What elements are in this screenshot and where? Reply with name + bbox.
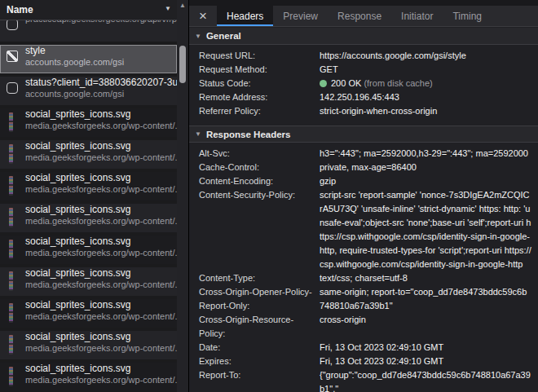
- header-row: Request Method: GET: [199, 63, 531, 77]
- name-column-label: Name: [0, 4, 33, 15]
- sort-arrow-icon[interactable]: ▼: [165, 5, 171, 12]
- headers-section: ▼ General Request URL: https://accounts.…: [189, 28, 538, 126]
- header-row: Status Code: 200 OK (from disk cache): [199, 77, 531, 90]
- header-row: Content-Type: text/css; charset=utf-8: [199, 271, 531, 285]
- status-note: (from disk cache): [364, 78, 432, 88]
- status-ok-dot: [320, 80, 327, 87]
- network-request-row[interactable]: social_sprites_icons.svg media.geeksforg…: [0, 299, 177, 328]
- scrollbar-thumb[interactable]: [179, 46, 186, 83]
- image-thumbnail-icon: [9, 271, 13, 291]
- network-request-row[interactable]: social_sprites_icons.svg media.geeksforg…: [0, 172, 177, 200]
- tab-initiator[interactable]: Initiator: [391, 6, 443, 26]
- network-request-row[interactable]: social_sprites_icons.svg media.geeksforg…: [0, 140, 177, 169]
- name-column-header[interactable]: Name ▼: [0, 0, 188, 20]
- request-detail-pane: × HeadersPreviewResponseInitiatorTiming …: [189, 0, 538, 392]
- network-request-row[interactable]: social_sprites_icons.svg media.geeksforg…: [0, 236, 177, 264]
- image-thumbnail-icon: [9, 144, 13, 164]
- list-scrollbar[interactable]: ▲: [177, 0, 188, 392]
- image-thumbnail-icon: [9, 112, 13, 132]
- close-button[interactable]: ×: [189, 6, 217, 26]
- header-row: Request URL: https://accounts.google.com…: [199, 49, 531, 63]
- section-header[interactable]: ▼ General: [189, 28, 538, 45]
- image-thumbnail-icon: [9, 303, 13, 323]
- tab-timing[interactable]: Timing: [443, 6, 492, 26]
- header-row: Content-Security-Policy: script-src 'rep…: [199, 188, 531, 271]
- header-row: Alt-Svc: h3=":443"; ma=2592000,h3-29=":4…: [199, 147, 531, 161]
- tab-preview[interactable]: Preview: [273, 6, 328, 26]
- tab-response[interactable]: Response: [328, 6, 391, 26]
- header-row: Referrer Policy: strict-origin-when-cros…: [199, 104, 531, 118]
- header-row: Cross-Origin-Opener-Policy-Report-Only: …: [199, 285, 531, 313]
- stylesheet-icon: [7, 51, 18, 62]
- request-rows: practiceapi.geeksforgeeks.org/api/vr/p..…: [0, 20, 177, 392]
- headers-content: ▼ General Request URL: https://accounts.…: [189, 28, 538, 392]
- header-row: Date: Fri, 13 Oct 2023 02:49:10 GMT: [199, 341, 531, 355]
- request-list-pane: Name ▼ practiceapi.geeksforgeeks.org/api…: [0, 0, 189, 392]
- image-thumbnail-icon: [9, 208, 13, 227]
- network-request-row[interactable]: social_sprites_icons.svg media.geeksforg…: [0, 108, 177, 137]
- tab-headers[interactable]: Headers: [217, 6, 273, 26]
- image-thumbnail-icon: [9, 240, 13, 259]
- fetch-icon: [7, 82, 18, 94]
- headers-section: ▼ Response Headers Alt-Svc: h3=":443"; m…: [189, 126, 538, 392]
- network-request-row[interactable]: social_sprites_icons.svg media.geeksforg…: [0, 267, 177, 296]
- collapse-triangle-icon: ▼: [195, 130, 201, 138]
- header-row: Content-Encoding: gzip: [199, 174, 531, 188]
- network-request-row[interactable]: social_sprites_icons.svg media.geeksforg…: [0, 204, 177, 232]
- network-request-row[interactable]: status?client_id=388036620207-3uolk1... …: [0, 77, 177, 105]
- detail-tab-bar: × HeadersPreviewResponseInitiatorTiming: [189, 0, 538, 27]
- close-icon: ×: [199, 8, 207, 24]
- network-request-row[interactable]: social_sprites_icons.svg media.geeksforg…: [0, 363, 177, 391]
- header-row: Report-To: {"group":"coop_dd7de8473bddc5…: [199, 368, 531, 392]
- network-request-row[interactable]: style accounts.google.com/gsi: [0, 45, 177, 73]
- devtools-network-panel: Name ▼ practiceapi.geeksforgeeks.org/api…: [0, 0, 538, 392]
- fetch-icon: [7, 20, 18, 30]
- scroll-up-icon[interactable]: ▲: [177, 0, 188, 11]
- image-thumbnail-icon: [9, 367, 13, 386]
- collapse-triangle-icon: ▼: [195, 33, 201, 40]
- network-request-row[interactable]: practiceapi.geeksforgeeks.org/api/vr/p..…: [0, 20, 177, 42]
- header-row: Remote Address: 142.250.196.45:443: [199, 90, 531, 104]
- image-thumbnail-icon: [9, 176, 13, 196]
- section-header[interactable]: ▼ Response Headers: [189, 126, 538, 143]
- header-row: Cross-Origin-Resource-Policy: cross-orig…: [199, 313, 531, 341]
- header-row: Expires: Fri, 13 Oct 2023 02:49:10 GMT: [199, 355, 531, 368]
- image-thumbnail-icon: [9, 335, 13, 355]
- network-request-row[interactable]: social_sprites_icons.svg media.geeksforg…: [0, 331, 177, 359]
- header-row: Cache-Control: private, max-age=86400: [199, 161, 531, 174]
